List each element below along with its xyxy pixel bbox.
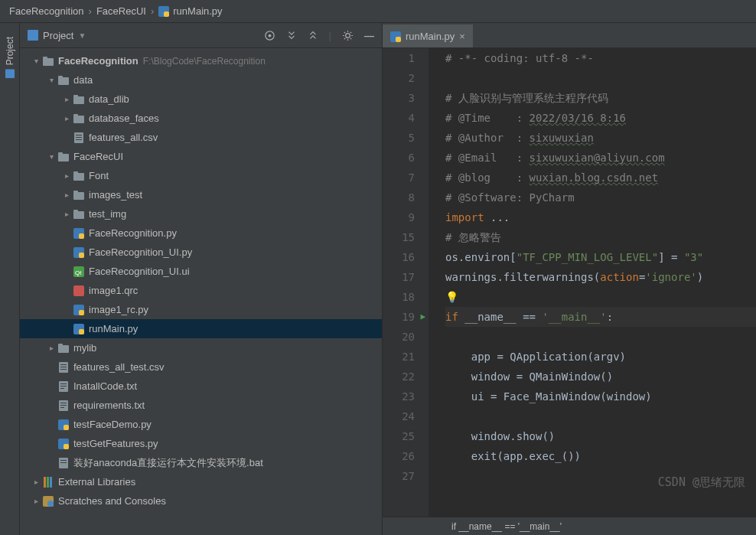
project-tool-tab[interactable]: Project — [5, 37, 15, 78]
tree-file-testgetfeatures-py[interactable]: ▸ testGetFeatures.py — [20, 434, 382, 453]
breadcrumb-mid[interactable]: FaceRecUI — [96, 5, 146, 17]
project-panel-header: Project ▼ | — — [20, 23, 382, 48]
svg-rect-43 — [60, 369, 67, 370]
tree-folder-mylib[interactable]: ▸ mylib — [20, 338, 382, 357]
project-panel: Project ▼ | — — [20, 23, 383, 535]
svg-rect-25 — [73, 211, 84, 219]
hide-icon[interactable]: — — [364, 30, 374, 41]
tree-file-image1-rc-py[interactable]: ▸ image1_rc.py — [20, 300, 382, 319]
tree-folder-database-faces[interactable]: ▸ database_faces — [20, 109, 382, 128]
panel-title[interactable]: Project — [43, 30, 73, 41]
svg-rect-13 — [73, 116, 84, 123]
tree-file-features-all-test-csv[interactable]: ▸ features_all_test.csv — [20, 357, 382, 377]
svg-rect-16 — [76, 135, 82, 135]
tree-file-requirements-txt[interactable]: ▸ requirements.txt — [20, 396, 382, 415]
close-tab-icon[interactable]: × — [459, 31, 465, 42]
editor-crumbbar[interactable]: if __name__ == '__main__' — [383, 517, 756, 535]
tree-file-installcode-txt[interactable]: ▸ InatallCode.txt — [20, 377, 382, 396]
editor-tabs: runMain.py × — [383, 23, 756, 48]
svg-rect-61 — [50, 477, 52, 488]
svg-rect-47 — [60, 388, 64, 389]
svg-rect-53 — [64, 425, 69, 430]
breadcrumb-root[interactable]: FaceRecognition — [9, 5, 84, 17]
svg-rect-28 — [79, 233, 84, 239]
intention-bulb-icon[interactable]: 💡 — [445, 291, 458, 303]
svg-rect-7 — [43, 58, 54, 66]
svg-rect-8 — [43, 57, 47, 59]
tree-file-facerecognition-ui-ui[interactable]: ▸ Qt FaceRecognition_UI.ui — [20, 262, 382, 281]
svg-rect-9 — [58, 77, 69, 85]
folder-icon — [72, 191, 86, 200]
svg-rect-3 — [28, 30, 38, 41]
tree-folder-font[interactable]: ▸ Font — [20, 166, 382, 185]
project-icon — [28, 30, 38, 41]
svg-rect-58 — [60, 462, 67, 463]
scratches-icon — [41, 496, 55, 507]
expand-all-icon[interactable] — [286, 30, 297, 41]
code-editor[interactable]: 1 2 3 4 5 6 7 8 9 15 16 17 18 19 20 21 2… — [383, 48, 756, 517]
python-file-icon — [158, 6, 169, 17]
svg-rect-55 — [64, 444, 69, 449]
svg-rect-11 — [73, 96, 84, 104]
text-file-icon — [57, 400, 70, 411]
svg-rect-18 — [76, 139, 82, 140]
tree-folder-facerecui[interactable]: ▾ FaceRecUI — [20, 147, 382, 166]
dropdown-icon[interactable]: ▼ — [78, 31, 86, 40]
tree-scratches-consoles[interactable]: ▸ Scratches and Consoles — [20, 491, 382, 511]
run-gutter-icon: 19 — [383, 307, 415, 327]
svg-rect-21 — [73, 173, 84, 181]
svg-rect-17 — [76, 137, 82, 138]
file-icon — [72, 132, 86, 143]
tree-external-libraries[interactable]: ▸ External Libraries — [20, 472, 382, 491]
python-file-icon — [390, 31, 401, 42]
tree-file-image1-qrc[interactable]: ▸ image1.qrc — [20, 281, 382, 300]
python-file-icon — [72, 324, 86, 334]
svg-rect-1 — [164, 11, 169, 17]
svg-rect-24 — [73, 191, 78, 193]
folder-icon — [72, 95, 86, 104]
tree-folder-images-test[interactable]: ▸ images_test — [20, 185, 382, 204]
tree-folder-test-img[interactable]: ▸ test_img — [20, 204, 382, 223]
tree-folder-data-dlib[interactable]: ▸ data_dlib — [20, 90, 382, 109]
tree-file-runmain-py[interactable]: ▸ runMain.py — [20, 319, 382, 338]
svg-point-63 — [47, 501, 54, 507]
gear-icon[interactable] — [342, 30, 354, 41]
svg-rect-60 — [47, 477, 49, 488]
select-opened-file-icon[interactable] — [264, 30, 275, 41]
folder-icon — [57, 76, 70, 85]
python-file-icon — [72, 305, 86, 315]
file-icon — [57, 458, 70, 468]
svg-rect-10 — [58, 76, 63, 78]
tree-file-features-csv[interactable]: ▸ features_all.csv — [20, 128, 382, 147]
python-file-icon — [57, 419, 70, 430]
tab-runmain[interactable]: runMain.py × — [383, 24, 473, 47]
tree-folder-data[interactable]: ▾ data — [20, 70, 382, 90]
tool-window-strip: Project — [0, 23, 20, 535]
tree-file-testfacedemo-py[interactable]: ▸ testFaceDemo.py — [20, 415, 382, 434]
svg-rect-46 — [60, 386, 67, 387]
svg-text:Qt: Qt — [75, 269, 82, 276]
svg-rect-37 — [79, 329, 84, 334]
python-file-icon — [72, 247, 86, 258]
folder-icon — [41, 57, 55, 66]
tree-file-anaconda-bat[interactable]: ▸ 装好anaconda直接运行本文件安装环境.bat — [20, 453, 382, 472]
text-file-icon — [57, 381, 70, 392]
svg-rect-45 — [60, 383, 67, 384]
line-number-gutter[interactable]: 1 2 3 4 5 6 7 8 9 15 16 17 18 19 20 21 2… — [383, 48, 429, 517]
folder-icon — [57, 344, 70, 353]
collapse-all-icon[interactable] — [308, 30, 318, 41]
tree-file-facerecognition-py[interactable]: ▸ FaceRecognition.py — [20, 223, 382, 243]
svg-rect-38 — [58, 345, 69, 353]
project-tree[interactable]: ▾ FaceRecognition F:\BlogCode\FaceRecogn… — [20, 48, 382, 535]
svg-rect-42 — [60, 367, 67, 367]
svg-rect-65 — [396, 37, 401, 42]
svg-rect-50 — [60, 405, 67, 406]
breadcrumb-sep-icon: › — [89, 5, 92, 17]
tree-file-facerecognition-ui-py[interactable]: ▸ FaceRecognition_UI.py — [20, 243, 382, 262]
tree-root[interactable]: ▾ FaceRecognition F:\BlogCode\FaceRecogn… — [20, 51, 382, 70]
python-file-icon — [72, 228, 86, 239]
breadcrumb-file[interactable]: runMain.py — [173, 5, 222, 17]
breadcrumb: FaceRecognition › FaceRecUI › runMain.py — [0, 0, 756, 23]
svg-rect-30 — [79, 253, 84, 258]
svg-rect-14 — [73, 114, 78, 116]
